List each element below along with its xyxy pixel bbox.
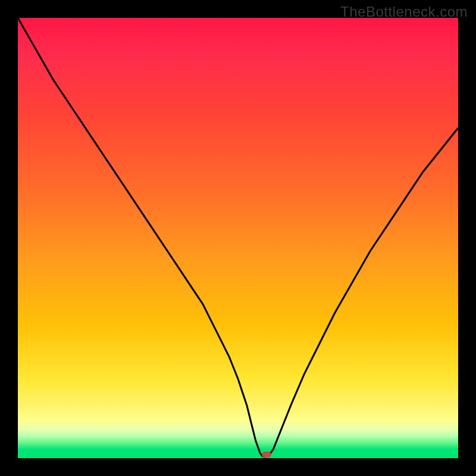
bottleneck-curve [18,18,458,458]
plot-area [18,18,458,458]
watermark-text: TheBottleneck.com [340,4,468,20]
chart-frame: TheBottleneck.com [0,0,476,476]
optimum-marker [262,452,271,458]
curve-path [18,18,458,457]
